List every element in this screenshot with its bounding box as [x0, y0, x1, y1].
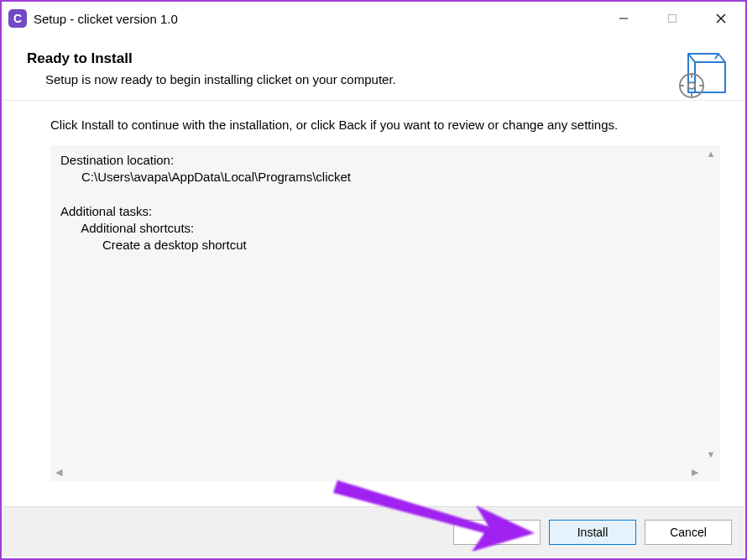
wizard-footer: Back Install Cancel	[3, 506, 744, 557]
installer-box-icon	[673, 44, 732, 106]
window-controls	[599, 2, 745, 35]
dest-path: C:\Users\avapa\AppData\Local\Programs\cl…	[81, 170, 351, 184]
summary-box: Destination location: C:\Users\avapa\App…	[50, 145, 720, 481]
wizard-header: Ready to Install Setup is now ready to b…	[2, 35, 745, 101]
horizontal-scrollbar[interactable]: ◀ ▶	[50, 463, 720, 481]
vertical-scrollbar[interactable]: ▲ ▼	[702, 145, 720, 463]
instruction-text: Click Install to continue with the insta…	[50, 118, 720, 132]
dest-label: Destination location:	[60, 153, 174, 167]
scroll-down-icon: ▼	[707, 449, 716, 459]
summary-text: Destination location: C:\Users\avapa\App…	[50, 145, 720, 463]
close-button[interactable]	[697, 2, 745, 35]
maximize-button	[648, 2, 697, 35]
minimize-button[interactable]	[599, 2, 648, 35]
svg-rect-1	[669, 15, 676, 23]
scroll-right-icon: ▶	[692, 467, 698, 478]
tasks-item: Create a desktop shortcut	[102, 238, 247, 252]
app-icon: C	[8, 9, 27, 28]
titlebar: C Setup - clicket version 1.0	[2, 2, 745, 35]
tasks-sub: Additional shortcuts:	[81, 221, 194, 235]
window-title: Setup - clicket version 1.0	[34, 12, 599, 26]
tasks-label: Additional tasks:	[60, 204, 152, 218]
back-button[interactable]: Back	[453, 520, 541, 545]
install-button[interactable]: Install	[549, 520, 636, 545]
page-subtitle: Setup is now ready to begin installing c…	[45, 72, 720, 86]
cancel-button[interactable]: Cancel	[645, 520, 732, 545]
scroll-left-icon: ◀	[55, 467, 62, 478]
svg-point-5	[688, 82, 695, 89]
scroll-up-icon: ▲	[707, 149, 716, 159]
wizard-body: Click Install to continue with the insta…	[2, 101, 745, 489]
page-title: Ready to Install	[27, 50, 720, 67]
app-icon-letter: C	[13, 12, 22, 25]
